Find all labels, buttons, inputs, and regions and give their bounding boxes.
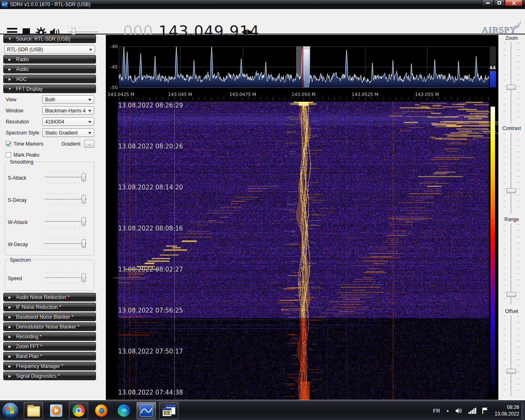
slider-thumb[interactable] <box>507 188 516 193</box>
taskbar-media-player-button[interactable] <box>46 402 66 419</box>
spectrum-group: Spectrum Speed <box>5 260 94 291</box>
zoom-slider-label: Zoom <box>498 35 525 41</box>
window-title: SDR# v1.0.0.1670 - RTL-SDR (USB) <box>10 2 91 7</box>
minimize-icon <box>486 2 490 4</box>
firefox-icon <box>95 404 107 417</box>
w-attack-slider[interactable] <box>45 215 87 228</box>
chevron-down-icon <box>88 132 91 134</box>
language-indicator[interactable]: FR <box>433 408 440 414</box>
edge-icon <box>118 404 130 417</box>
panel-band-plan[interactable]: ▶Band Plan * <box>3 352 96 361</box>
panel-baseband-noise-blanker[interactable]: ▶Baseband Noise Blanker * <box>3 313 96 321</box>
spectrum-analyzer[interactable] <box>106 35 498 100</box>
slider-thumb[interactable] <box>507 292 516 297</box>
tray-volume-button[interactable] <box>455 408 463 414</box>
chrome-icon <box>73 404 85 417</box>
expand-arrow-icon: ▶ <box>4 67 16 71</box>
source-device-dropdown[interactable]: RTL-SDR (USB) <box>4 45 95 54</box>
panel-zoom-fft[interactable]: ▶Zoom FFT * <box>3 342 96 351</box>
w-attack-label: W-Attack <box>8 219 27 225</box>
time-markers-label: Time Markers <box>14 141 43 147</box>
start-button[interactable] <box>2 402 18 419</box>
panel-recording[interactable]: ▶Recording * <box>3 332 96 341</box>
spectrum-waterfall-display <box>106 35 498 400</box>
offset-slider[interactable] <box>503 315 520 396</box>
windows-logo-icon <box>6 406 14 414</box>
sdrsharp-icon <box>140 404 153 417</box>
mark-peaks-checkbox[interactable] <box>6 152 11 158</box>
slider-thumb[interactable] <box>82 240 86 248</box>
s-attack-slider[interactable] <box>45 171 87 183</box>
panel-audio-noise-reduction[interactable]: ▶Audio Noise Reduction * <box>3 293 96 301</box>
contrast-slider[interactable] <box>503 132 520 213</box>
spectrum-style-dropdown[interactable]: Static Gradient <box>42 128 94 137</box>
w-decay-label: W-Decay <box>8 242 28 247</box>
slider-thumb[interactable] <box>507 85 516 90</box>
close-button[interactable] <box>505 0 523 6</box>
panel-fft-display[interactable]: ▼ FFT Display <box>3 84 96 93</box>
volume-ticks <box>68 26 98 27</box>
taskbar-chrome-button[interactable] <box>69 402 88 419</box>
network-signal-icon[interactable] <box>468 408 476 414</box>
time-markers-checkbox[interactable] <box>6 141 11 146</box>
resolution-dropdown[interactable]: 4194304 <box>42 117 94 126</box>
range-slider[interactable] <box>503 224 520 304</box>
expand-arrow-icon: ▶ <box>4 57 16 62</box>
slider-thumb[interactable] <box>507 369 516 374</box>
speed-slider[interactable] <box>45 272 87 284</box>
slider-thumb[interactable] <box>82 217 86 226</box>
show-hidden-icons-chevron[interactable]: ▲ <box>446 409 450 413</box>
window-label: Window <box>6 108 23 114</box>
resolution-label: Resolution <box>6 119 29 125</box>
panel-audio[interactable]: ▶ Audio <box>3 65 96 73</box>
window-dropdown[interactable]: Blackman-Harris 4 <box>42 106 94 115</box>
gradient-label: Gradient <box>62 141 80 147</box>
taskbar-edge-button[interactable] <box>114 402 133 419</box>
view-dropdown[interactable]: Both <box>42 95 94 104</box>
panel-radio[interactable]: ▶ Radio <box>3 55 96 64</box>
expand-arrow-icon: ▶ <box>4 354 16 358</box>
zoom-slider[interactable] <box>503 42 520 123</box>
airspy-waves-icon <box>513 21 522 29</box>
waterfall-gradient-scale <box>491 107 495 395</box>
panel-agc[interactable]: ▶ AGC <box>3 75 96 83</box>
show-desktop-button[interactable] <box>520 401 525 420</box>
maximize-button[interactable] <box>494 0 505 6</box>
w-decay-slider[interactable] <box>45 237 87 250</box>
range-slider-label: Range <box>498 217 525 222</box>
media-player-icon <box>50 404 62 417</box>
panel-frequency-manager[interactable]: ▶Frequency Manager * <box>3 362 96 370</box>
maximize-icon <box>498 1 501 5</box>
s-decay-label: S-Decay <box>8 197 27 203</box>
waterfall[interactable] <box>106 102 498 400</box>
taskbar-explorer-button[interactable] <box>24 402 43 419</box>
minimize-button[interactable] <box>482 0 494 6</box>
smoothing-group-label: Smoothing <box>9 159 34 165</box>
offset-slider-label: Offset <box>498 308 525 314</box>
speed-label: Speed <box>8 276 22 281</box>
panel-signal-diagnostics[interactable]: ▶Signal Diagnostics * <box>3 372 96 380</box>
clock-date: 13.08.2022 <box>495 411 519 417</box>
slider-thumb[interactable] <box>82 274 86 282</box>
panel-demodulator-noise-blanker[interactable]: ▶Demodulator Noise Blanker * <box>3 322 96 331</box>
gradient-edit-button[interactable]: ... <box>84 140 94 148</box>
console-icon <box>162 405 176 416</box>
explorer-icon <box>27 406 40 417</box>
taskbar-sdrsharp-button[interactable] <box>137 402 156 419</box>
taskbar-console-button[interactable] <box>159 402 178 419</box>
close-icon <box>511 1 516 5</box>
taskbar-clock[interactable]: 08:26 13.08.2022 <box>495 401 519 420</box>
system-tray: FR ▲ <box>433 401 488 420</box>
expand-arrow-icon: ▶ <box>4 325 16 329</box>
action-center-flag-icon[interactable] <box>482 407 488 414</box>
s-decay-slider[interactable] <box>45 193 87 205</box>
slider-thumb[interactable] <box>82 173 86 181</box>
slider-thumb[interactable] <box>82 195 86 203</box>
collapse-arrow-icon: ▼ <box>4 87 16 91</box>
panel-if-noise-reduction[interactable]: ▶IF Noise Reduction * <box>3 303 96 311</box>
taskbar-firefox-button[interactable] <box>91 402 111 419</box>
panel-source[interactable]: ▼ Source: RTL-SDR (USB) <box>3 34 96 43</box>
chevron-down-icon <box>88 99 91 101</box>
contrast-slider-label: Contrast <box>498 126 525 131</box>
chevron-down-icon <box>89 49 92 51</box>
